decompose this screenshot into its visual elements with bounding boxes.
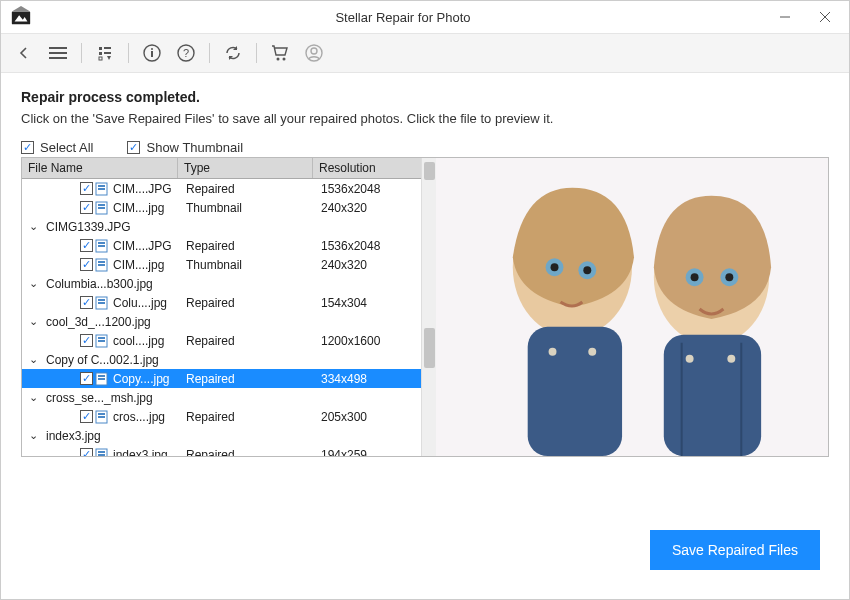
- svg-rect-30: [98, 204, 105, 206]
- file-row[interactable]: ·index3.jpgRepaired194x259: [22, 445, 436, 456]
- row-checkbox[interactable]: [80, 372, 93, 385]
- svg-rect-9: [99, 47, 102, 50]
- svg-point-68: [686, 355, 694, 363]
- file-type: Repaired: [182, 410, 317, 424]
- info-icon[interactable]: [141, 42, 163, 64]
- file-name: CIM....jpg: [113, 258, 164, 272]
- svg-point-65: [691, 273, 699, 281]
- row-checkbox[interactable]: [80, 410, 93, 423]
- checkbox-icon: [127, 141, 140, 154]
- file-resolution: 154x304: [317, 296, 436, 310]
- file-type: Repaired: [182, 239, 317, 253]
- svg-marker-14: [107, 56, 111, 60]
- grid-body: ·CIM....JPGRepaired1536x2048·CIM....jpgT…: [22, 179, 436, 456]
- svg-rect-59: [528, 327, 622, 456]
- group-row[interactable]: ⌄CIMG1339.JPG: [22, 217, 436, 236]
- svg-marker-2: [12, 6, 30, 12]
- row-checkbox[interactable]: [80, 182, 93, 195]
- expand-icon[interactable]: ⌄: [26, 353, 40, 366]
- file-name: CIM....JPG: [113, 182, 172, 196]
- col-header-name[interactable]: File Name: [22, 158, 178, 178]
- file-name: CIM....jpg: [113, 201, 164, 215]
- group-row[interactable]: ⌄Copy of C...002.1.jpg: [22, 350, 436, 369]
- save-repaired-files-button[interactable]: Save Repaired Files: [650, 530, 820, 570]
- file-row[interactable]: ·cool....jpgRepaired1200x1600: [22, 331, 436, 350]
- back-button[interactable]: [13, 42, 35, 64]
- content-area: Repair process completed. Click on the '…: [1, 73, 849, 469]
- file-icon: [95, 239, 109, 253]
- list-icon[interactable]: [94, 42, 116, 64]
- expand-icon[interactable]: ⌄: [26, 429, 40, 442]
- svg-rect-28: [98, 188, 105, 190]
- group-row[interactable]: ⌄Columbia...b300.jpg: [22, 274, 436, 293]
- file-row[interactable]: ·CIM....JPGRepaired1536x2048: [22, 179, 436, 198]
- help-icon[interactable]: ?: [175, 42, 197, 64]
- group-row[interactable]: ⌄index3.jpg: [22, 426, 436, 445]
- col-header-resolution[interactable]: Resolution: [313, 158, 436, 178]
- svg-rect-53: [436, 158, 828, 456]
- separator: [256, 43, 257, 63]
- file-name: CIM....JPG: [113, 239, 172, 253]
- separator: [128, 43, 129, 63]
- select-all-checkbox[interactable]: Select All: [21, 140, 93, 155]
- cart-icon[interactable]: [269, 42, 291, 64]
- svg-point-61: [588, 348, 596, 356]
- minimize-button[interactable]: [765, 1, 805, 33]
- preview-image: [436, 158, 828, 456]
- menu-icon[interactable]: [47, 42, 69, 64]
- user-icon[interactable]: [303, 42, 325, 64]
- file-resolution: 240x320: [317, 258, 436, 272]
- file-row[interactable]: ·CIM....jpgThumbnail240x320: [22, 255, 436, 274]
- svg-rect-48: [98, 413, 105, 415]
- svg-point-25: [311, 48, 317, 54]
- show-thumbnail-checkbox[interactable]: Show Thumbnail: [127, 140, 243, 155]
- file-row[interactable]: ·cros....jpgRepaired205x300: [22, 407, 436, 426]
- row-checkbox[interactable]: [80, 258, 93, 271]
- svg-rect-52: [98, 454, 105, 456]
- group-row[interactable]: ⌄cross_se..._msh.jpg: [22, 388, 436, 407]
- close-button[interactable]: [805, 1, 845, 33]
- file-icon: [95, 410, 109, 424]
- svg-rect-34: [98, 245, 105, 247]
- title-bar: Stellar Repair for Photo: [1, 1, 849, 33]
- expand-icon[interactable]: ⌄: [26, 220, 40, 233]
- show-thumbnail-label: Show Thumbnail: [146, 140, 243, 155]
- row-checkbox[interactable]: [80, 448, 93, 456]
- row-checkbox[interactable]: [80, 296, 93, 309]
- file-row[interactable]: ·CIM....jpgThumbnail240x320: [22, 198, 436, 217]
- expand-icon[interactable]: ⌄: [26, 315, 40, 328]
- file-type: Repaired: [182, 296, 317, 310]
- svg-point-57: [551, 263, 559, 271]
- file-row[interactable]: ·CIM....JPGRepaired1536x2048: [22, 236, 436, 255]
- col-header-type[interactable]: Type: [178, 158, 313, 178]
- svg-rect-27: [98, 185, 105, 187]
- file-resolution: 240x320: [317, 201, 436, 215]
- file-row[interactable]: ·Colu....jpgRepaired154x304: [22, 293, 436, 312]
- svg-point-22: [277, 58, 280, 61]
- page-subtitle: Click on the 'Save Repaired Files' to sa…: [21, 111, 829, 126]
- svg-rect-31: [98, 207, 105, 209]
- group-name: CIMG1339.JPG: [46, 220, 131, 234]
- select-all-label: Select All: [40, 140, 93, 155]
- svg-point-69: [727, 355, 735, 363]
- scroll-up-arrow[interactable]: [424, 162, 435, 180]
- row-checkbox[interactable]: [80, 334, 93, 347]
- file-row[interactable]: ·Copy....jpgRepaired334x498: [22, 369, 436, 388]
- group-name: Copy of C...002.1.jpg: [46, 353, 159, 367]
- preview-pane: [436, 158, 828, 456]
- svg-point-23: [283, 58, 286, 61]
- row-checkbox[interactable]: [80, 201, 93, 214]
- group-name: Columbia...b300.jpg: [46, 277, 153, 291]
- row-checkbox[interactable]: [80, 239, 93, 252]
- svg-rect-45: [98, 375, 105, 377]
- file-name: Colu....jpg: [113, 296, 167, 310]
- svg-rect-40: [98, 302, 105, 304]
- expand-icon[interactable]: ⌄: [26, 391, 40, 404]
- vertical-scrollbar[interactable]: [421, 158, 436, 456]
- svg-rect-11: [99, 52, 102, 55]
- group-row[interactable]: ⌄cool_3d_...1200.jpg: [22, 312, 436, 331]
- scroll-thumb[interactable]: [424, 328, 435, 368]
- expand-icon[interactable]: ⌄: [26, 277, 40, 290]
- refresh-icon[interactable]: [222, 42, 244, 64]
- file-icon: [95, 372, 109, 386]
